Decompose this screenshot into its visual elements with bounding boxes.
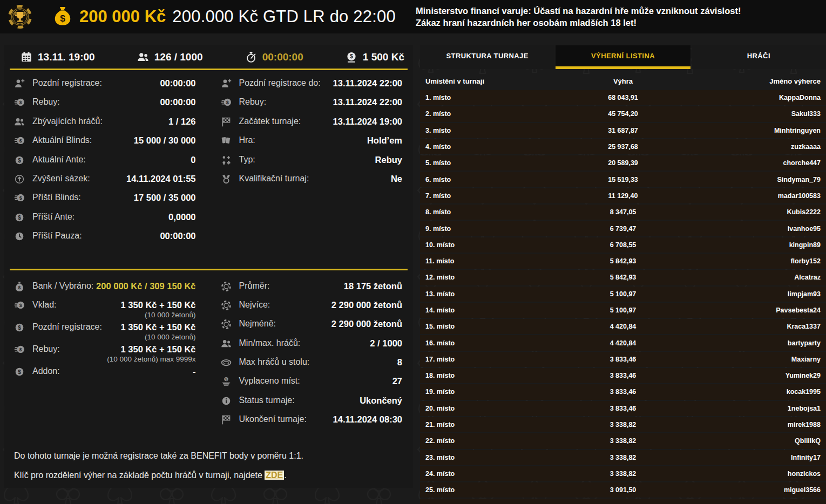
prize-table-header: Umístění v turnaji Výhra Jméno výherce bbox=[420, 72, 826, 90]
info-value: 27 bbox=[392, 376, 402, 386]
prize-amount: 68 043,91 bbox=[544, 94, 702, 101]
info-row: Kvalifikační turnaj: Ne bbox=[221, 171, 403, 189]
info-value: 1 350 Kč + 150 Kč bbox=[121, 344, 196, 355]
info-label: Příští Blinds: bbox=[32, 193, 81, 202]
info-value: Rebuy bbox=[375, 155, 402, 165]
prize-list[interactable]: 1. místo 68 043,91 KappaDonna 2. místo 4… bbox=[420, 90, 826, 504]
prize-winner: zuzkaaaa bbox=[702, 143, 821, 151]
tab-label: HRÁČI bbox=[747, 52, 770, 60]
info-label: Pozdní registrace: bbox=[32, 322, 102, 332]
tab-label: STRUKTURA TURNAJE bbox=[446, 52, 529, 60]
prize-place: 5. místo bbox=[425, 159, 544, 167]
prize-place: 21. místo bbox=[425, 421, 544, 428]
svg-text:$: $ bbox=[225, 377, 227, 382]
prize-row: 11. místo 5 842,93 florby152 bbox=[420, 254, 826, 269]
svg-text:$: $ bbox=[18, 285, 21, 290]
info-label: Rebuy: bbox=[239, 97, 267, 107]
info-row: $ Aktuální Blinds: 15 000 / 30 000 bbox=[14, 132, 196, 151]
info-value: 13.11.2024 22:00 bbox=[333, 97, 402, 107]
info-label: Zbývajících hráčů: bbox=[32, 117, 103, 126]
tournament-stats-bar: 13.11. 19:00 126 / 1000 00:00:00 $ 1 500… bbox=[4, 45, 413, 69]
tab[interactable]: HRÁČI bbox=[692, 45, 826, 69]
svg-text:$: $ bbox=[19, 195, 22, 201]
info-label: Kvalifikační turnaj: bbox=[239, 174, 309, 183]
prize-row: 25. místo 3 091,50 miguel3566 bbox=[420, 482, 826, 498]
info-value: 1 350 Kč + 150 Kč bbox=[121, 322, 196, 332]
prize-panel: STRUKTURA TURNAJEVÝHERNÍ LISTINAHRÁČI Um… bbox=[420, 45, 826, 504]
guaranteed-prize-amount: 200 000 Kč bbox=[79, 7, 166, 26]
tournament-info-panel: 13.11. 19:00 126 / 1000 00:00:00 $ 1 500… bbox=[4, 45, 413, 488]
zde-link[interactable]: ZDE bbox=[265, 471, 284, 480]
tab[interactable]: STRUKTURA TURNAJE bbox=[420, 45, 554, 69]
prize-row: 3. místo 31 687,87 Minhtringuyen bbox=[420, 123, 826, 138]
info-label: Vyplaceno míst: bbox=[239, 376, 300, 386]
info-subvalue: (10 000 žetonů) max 9999x bbox=[107, 355, 195, 363]
dollar-icon: $ bbox=[14, 155, 25, 166]
svg-text:$: $ bbox=[60, 13, 65, 24]
info-label: Aktuální Blinds: bbox=[32, 135, 92, 145]
info-value: 00:00:00 bbox=[160, 78, 195, 88]
prize-winner: mirek1988 bbox=[702, 421, 821, 428]
info-row: Příští Pauza: 00:00:00 bbox=[14, 228, 196, 247]
prize-row: 10. místo 6 708,55 kingpin89 bbox=[420, 237, 826, 253]
tab[interactable]: VÝHERNÍ LISTINA bbox=[556, 45, 690, 69]
info-value: 8 bbox=[397, 357, 402, 367]
prize-amount: 4 420,84 bbox=[544, 323, 702, 330]
info-label: Hra: bbox=[239, 135, 255, 145]
info-row: $ Vklad: 1 350 Kč + 150 Kč(10 000 žetonů… bbox=[14, 297, 196, 319]
info-label: Aktuální Ante: bbox=[32, 155, 86, 165]
info-label: Zvýšení sázek: bbox=[32, 174, 90, 183]
prize-place: 25. místo bbox=[425, 486, 544, 494]
svg-text:$: $ bbox=[18, 214, 21, 220]
prize-place: 8. místo bbox=[425, 208, 544, 216]
prize-place: 10. místo bbox=[425, 241, 544, 249]
info-value: 13.11.2024 19:00 bbox=[333, 117, 402, 127]
stat-value: 13.11. 19:00 bbox=[38, 51, 95, 63]
info-column-left: Pozdní registrace: 00:00:00 $ Rebuy: 00:… bbox=[14, 75, 196, 247]
prize-place: 18. místo bbox=[425, 372, 544, 379]
info-value: 14.11.2024 08:30 bbox=[333, 414, 402, 425]
stat-item: 13.11. 19:00 bbox=[21, 51, 95, 63]
prize-amount: 5 100,97 bbox=[544, 290, 702, 298]
info-row: $ Vyplaceno míst: 27 bbox=[221, 373, 403, 392]
info-column-left: $ Bank / Vybráno: 200 000 Kč / 309 150 K… bbox=[14, 278, 196, 431]
info-row: Zvýšení sázek: 14.11.2024 01:55 bbox=[14, 171, 196, 189]
table-icon bbox=[221, 357, 232, 368]
info-label: Pozdní registrace do: bbox=[239, 78, 321, 88]
coins-icon: $ bbox=[14, 97, 25, 108]
coins-icon: $ bbox=[14, 300, 25, 311]
info-label: Nejvíce: bbox=[239, 300, 270, 310]
prize-winner: 1nebojsa1 bbox=[702, 405, 821, 412]
prize-amount: 6 739,47 bbox=[544, 225, 702, 233]
trophy-chip-logo bbox=[7, 4, 33, 30]
users-icon bbox=[137, 51, 149, 63]
info-grid-bottom: $ Bank / Vybráno: 200 000 Kč / 309 150 K… bbox=[4, 270, 413, 435]
info-grid-top: Pozdní registrace: 00:00:00 $ Rebuy: 00:… bbox=[4, 70, 413, 251]
prize-winner: Yuminek29 bbox=[702, 372, 821, 379]
info-row: Max hráčů u stolu: 8 bbox=[221, 354, 403, 373]
prize-place: 11. místo bbox=[425, 257, 544, 265]
prize-place: 2. místo bbox=[425, 110, 544, 118]
svg-text:$: $ bbox=[350, 53, 353, 59]
suits-icon bbox=[221, 155, 232, 166]
prize-winner: Kraca1337 bbox=[702, 323, 821, 330]
info-label: Typ: bbox=[239, 155, 255, 165]
money-bag-icon: $ bbox=[53, 6, 72, 28]
flag-icon bbox=[221, 414, 232, 425]
prize-row: 14. místo 5 100,97 Pavsebesta24 bbox=[420, 303, 826, 318]
prize-winner: madar100583 bbox=[702, 192, 821, 200]
prize-amount: 20 589,39 bbox=[544, 159, 702, 167]
top-header-bar: $ 200 000 Kč 200.000 Kč GTD LR do 22:00 … bbox=[0, 0, 826, 33]
svg-text:$: $ bbox=[18, 157, 21, 163]
prize-winner: Maxiarny bbox=[702, 356, 821, 363]
info-value: 1 / 126 bbox=[168, 117, 195, 127]
info-value: 18 175 žetonů bbox=[344, 281, 402, 291]
warning-line-2: Zákaz hraní hazardních her osobám mladší… bbox=[416, 17, 821, 29]
info-label: Příští Pauza: bbox=[32, 231, 82, 241]
info-label: Nejméně: bbox=[239, 319, 276, 329]
svg-text:$: $ bbox=[19, 138, 22, 144]
prize-winner: Infinity17 bbox=[702, 454, 821, 461]
moneybag-icon: $ bbox=[14, 281, 25, 292]
info-row: Pozdní registrace: 00:00:00 bbox=[14, 75, 196, 94]
info-label: Ukončení turnaje: bbox=[239, 414, 307, 424]
